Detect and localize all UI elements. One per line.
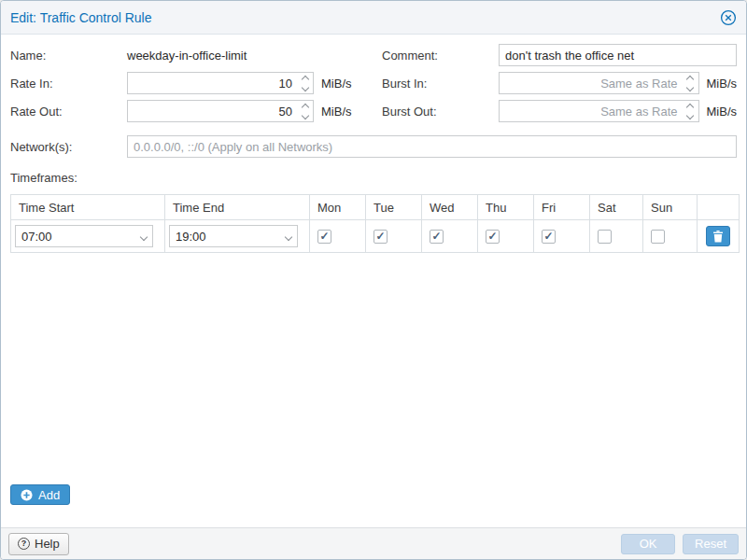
time-end-combo[interactable] bbox=[169, 225, 298, 247]
column-header-time-start[interactable]: Time Start bbox=[11, 195, 165, 220]
column-header-sat[interactable]: Sat bbox=[590, 195, 643, 220]
form-row-2: Rate In: MiB/s Burst In: bbox=[10, 72, 737, 94]
close-icon[interactable] bbox=[720, 9, 737, 26]
burst-in-label: Burst In: bbox=[382, 77, 499, 91]
dialog-title: Edit: Traffic Control Rule bbox=[10, 10, 151, 25]
rate-in-spinner[interactable] bbox=[297, 73, 313, 93]
plus-circle-icon bbox=[21, 489, 33, 501]
burst-out-input[interactable] bbox=[499, 100, 699, 122]
checkbox-mon[interactable] bbox=[317, 230, 331, 244]
timeframe-row bbox=[11, 220, 740, 253]
rate-in-label: Rate In: bbox=[10, 77, 127, 91]
form-row-1: Name: weekday-in-office-limit Comment: bbox=[10, 44, 737, 66]
spinner-down-icon[interactable] bbox=[686, 83, 694, 91]
rate-out-unit: MiB/s bbox=[321, 105, 352, 119]
time-start-combo[interactable] bbox=[15, 225, 153, 247]
comment-label: Comment: bbox=[382, 49, 499, 63]
trash-icon bbox=[712, 231, 724, 243]
checkbox-sun[interactable] bbox=[651, 230, 665, 244]
form-row-3: Rate Out: MiB/s Burst Out: bbox=[10, 100, 737, 122]
spinner-up-icon[interactable] bbox=[686, 75, 694, 82]
help-icon: ? bbox=[18, 538, 30, 550]
name-value: weekday-in-office-limit bbox=[127, 49, 247, 63]
networks-field: Network(s): bbox=[10, 135, 737, 158]
time-start-dropdown[interactable] bbox=[135, 226, 152, 246]
burst-out-field: Burst Out: MiB/s bbox=[382, 100, 737, 122]
grid-empty-area bbox=[10, 253, 737, 477]
column-header-actions bbox=[698, 195, 740, 220]
reset-button[interactable]: Reset bbox=[683, 534, 739, 554]
rate-out-input[interactable] bbox=[127, 100, 314, 122]
column-header-time-end[interactable]: Time End bbox=[165, 195, 310, 220]
burst-in-field: Burst In: MiB/s bbox=[382, 72, 737, 94]
checkbox-wed[interactable] bbox=[430, 230, 444, 244]
column-header-tue[interactable]: Tue bbox=[366, 195, 422, 220]
checkbox-sat[interactable] bbox=[598, 230, 612, 244]
help-button-label: Help bbox=[35, 537, 60, 551]
column-header-sun[interactable]: Sun bbox=[643, 195, 698, 220]
burst-in-spinner[interactable] bbox=[683, 73, 698, 93]
burst-out-spinner[interactable] bbox=[683, 101, 698, 121]
networks-input[interactable] bbox=[127, 135, 737, 158]
burst-in-input[interactable] bbox=[499, 72, 699, 94]
add-button[interactable]: Add bbox=[10, 484, 70, 505]
spinner-up-icon[interactable] bbox=[301, 103, 308, 110]
spinner-down-icon[interactable] bbox=[301, 111, 308, 119]
rate-out-spinner[interactable] bbox=[297, 101, 313, 121]
column-header-mon[interactable]: Mon bbox=[310, 195, 366, 220]
time-end-dropdown[interactable] bbox=[280, 226, 297, 246]
delete-row-button[interactable] bbox=[706, 226, 730, 246]
checkbox-fri[interactable] bbox=[542, 230, 556, 244]
spinner-down-icon[interactable] bbox=[686, 111, 694, 119]
checkbox-tue[interactable] bbox=[374, 230, 388, 244]
ok-button[interactable]: OK bbox=[621, 534, 675, 554]
edit-traffic-control-rule-dialog: Edit: Traffic Control Rule Name: weekday… bbox=[0, 0, 747, 560]
name-label: Name: bbox=[10, 49, 127, 63]
column-header-fri[interactable]: Fri bbox=[534, 195, 590, 220]
rate-out-label: Rate Out: bbox=[10, 105, 127, 119]
help-button[interactable]: ? Help bbox=[8, 533, 69, 555]
dialog-body: Name: weekday-in-office-limit Comment: R… bbox=[1, 35, 746, 527]
column-header-thu[interactable]: Thu bbox=[478, 195, 534, 220]
time-end-input[interactable] bbox=[169, 225, 298, 247]
checkbox-thu[interactable] bbox=[486, 230, 500, 244]
rate-in-input[interactable] bbox=[127, 72, 314, 94]
column-header-wed[interactable]: Wed bbox=[422, 195, 478, 220]
name-field: Name: weekday-in-office-limit bbox=[10, 44, 365, 66]
burst-out-unit: MiB/s bbox=[707, 105, 738, 119]
spinner-up-icon[interactable] bbox=[686, 103, 694, 110]
dialog-titlebar: Edit: Traffic Control Rule bbox=[1, 1, 746, 35]
add-button-label: Add bbox=[38, 488, 60, 502]
comment-field: Comment: bbox=[382, 44, 737, 66]
rate-in-field: Rate In: MiB/s bbox=[10, 72, 365, 94]
burst-out-label: Burst Out: bbox=[382, 105, 499, 119]
rate-in-unit: MiB/s bbox=[321, 77, 352, 91]
dialog-footer: ? Help OK Reset bbox=[1, 527, 746, 559]
timeframes-grid: Time Start Time End Mon Tue Wed Thu Fri … bbox=[10, 194, 740, 253]
time-start-input[interactable] bbox=[15, 225, 153, 247]
chevron-down-icon bbox=[285, 232, 292, 240]
timeframes-label: Timeframes: bbox=[10, 171, 737, 185]
chevron-down-icon bbox=[140, 232, 148, 240]
burst-in-unit: MiB/s bbox=[707, 77, 738, 91]
spinner-down-icon[interactable] bbox=[301, 83, 308, 91]
grid-header-row: Time Start Time End Mon Tue Wed Thu Fri … bbox=[11, 195, 740, 220]
rate-out-field: Rate Out: MiB/s bbox=[10, 100, 365, 122]
networks-label: Network(s): bbox=[10, 140, 127, 154]
spinner-up-icon[interactable] bbox=[301, 75, 308, 82]
comment-input[interactable] bbox=[499, 44, 737, 66]
